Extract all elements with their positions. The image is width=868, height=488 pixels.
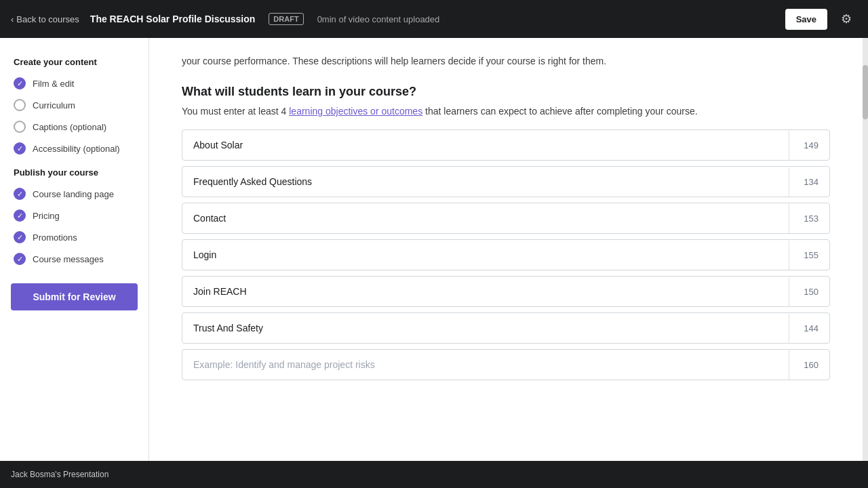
- learning-item-placeholder[interactable]: Example: Identify and manage project ris…: [182, 349, 830, 380]
- learning-item-5[interactable]: Trust And Safety 144: [182, 312, 830, 344]
- sidebar-label-curriculum: Curriculum: [33, 100, 75, 110]
- back-to-courses-link[interactable]: ‹ Back to courses: [11, 14, 79, 24]
- learning-item-4[interactable]: Join REACH 150: [182, 276, 830, 307]
- bottom-bar-text: Jack Bosma's Presentation: [11, 470, 108, 479]
- sidebar-label-landing: Course landing page: [33, 189, 114, 199]
- learning-item-text-5: Trust And Safety: [182, 313, 789, 343]
- learning-item-1[interactable]: Frequently Asked Questions 134: [182, 166, 830, 197]
- objectives-desc-end: that learners can expect to achieve afte…: [422, 106, 697, 117]
- learning-item-count-4: 150: [789, 277, 829, 306]
- learning-item-count-3: 155: [789, 241, 829, 270]
- learning-item-text-3: Login: [182, 240, 789, 270]
- learning-item-text-1: Frequently Asked Questions: [182, 167, 789, 197]
- objectives-desc-start: You must enter at least 4: [182, 106, 289, 117]
- sidebar-item-captions[interactable]: Captions (optional): [0, 116, 149, 138]
- section-description: your course performance. These descripti…: [182, 54, 830, 68]
- scroll-track[interactable]: [863, 38, 868, 461]
- bottom-bar: Jack Bosma's Presentation: [0, 461, 868, 488]
- main-layout: Create your content ✓ Film & edit Curric…: [0, 38, 868, 461]
- top-nav: ‹ Back to courses The REACH Solar Profil…: [0, 0, 868, 38]
- content-area: your course performance. These descripti…: [149, 38, 863, 461]
- circle-icon-curriculum: [14, 99, 26, 111]
- learning-item-0[interactable]: About Solar 149: [182, 129, 830, 161]
- gear-icon: ⚙: [841, 12, 852, 26]
- sidebar-label-pricing: Pricing: [33, 211, 60, 221]
- learning-item-text-4: Join REACH: [182, 277, 789, 306]
- draft-badge: DRAFT: [269, 13, 303, 25]
- learning-item-count-5: 144: [789, 314, 829, 343]
- sidebar: Create your content ✓ Film & edit Curric…: [0, 38, 149, 461]
- sidebar-item-film-edit[interactable]: ✓ Film & edit: [0, 73, 149, 94]
- check-icon-promotions: ✓: [14, 231, 26, 243]
- save-button[interactable]: Save: [785, 9, 827, 30]
- back-label: Back to courses: [16, 14, 79, 24]
- video-status: 0min of video content uploaded: [317, 14, 440, 24]
- settings-button[interactable]: ⚙: [835, 9, 857, 29]
- sidebar-item-messages[interactable]: ✓ Course messages: [0, 248, 149, 270]
- learning-item-2[interactable]: Contact 153: [182, 203, 830, 234]
- sidebar-label-captions: Captions (optional): [33, 122, 106, 132]
- learning-item-placeholder-count: 160: [789, 350, 829, 380]
- submit-review-button[interactable]: Submit for Review: [11, 283, 138, 310]
- objectives-description: You must enter at least 4 learning objec…: [182, 104, 830, 119]
- check-icon-landing: ✓: [14, 188, 26, 200]
- sidebar-label-promotions: Promotions: [33, 232, 77, 243]
- learning-item-count-0: 149: [789, 131, 829, 160]
- learning-item-count-1: 134: [789, 167, 829, 197]
- sidebar-item-curriculum[interactable]: Curriculum: [0, 94, 149, 116]
- learning-item-text-0: About Solar: [182, 130, 789, 160]
- sidebar-label-accessibility: Accessibility (optional): [33, 144, 120, 154]
- back-arrow-icon: ‹: [11, 14, 14, 24]
- course-title: The REACH Solar Profile Discussion: [90, 14, 256, 24]
- sidebar-label-messages: Course messages: [33, 254, 104, 264]
- sidebar-item-pricing[interactable]: ✓ Pricing: [0, 205, 149, 226]
- check-icon-film-edit: ✓: [14, 77, 26, 89]
- scroll-thumb[interactable]: [863, 65, 868, 119]
- circle-icon-captions: [14, 121, 26, 133]
- sidebar-item-course-landing[interactable]: ✓ Course landing page: [0, 183, 149, 205]
- check-icon-accessibility: ✓: [14, 142, 26, 155]
- check-icon-pricing: ✓: [14, 209, 26, 222]
- sidebar-label-film-edit: Film & edit: [33, 79, 74, 89]
- publish-section-title: Publish your course: [0, 159, 149, 183]
- check-icon-messages: ✓: [14, 253, 26, 265]
- learning-objectives-link[interactable]: learning objectives or outcomes: [289, 106, 422, 117]
- learning-item-3[interactable]: Login 155: [182, 239, 830, 270]
- sidebar-item-accessibility[interactable]: ✓ Accessibility (optional): [0, 138, 149, 159]
- create-section-title: Create your content: [0, 49, 149, 73]
- learning-item-placeholder-text: Example: Identify and manage project ris…: [182, 350, 789, 380]
- learning-item-text-2: Contact: [182, 203, 789, 233]
- sidebar-item-promotions[interactable]: ✓ Promotions: [0, 226, 149, 248]
- objectives-heading: What will students learn in your course?: [182, 85, 830, 99]
- learning-item-count-2: 153: [789, 204, 829, 233]
